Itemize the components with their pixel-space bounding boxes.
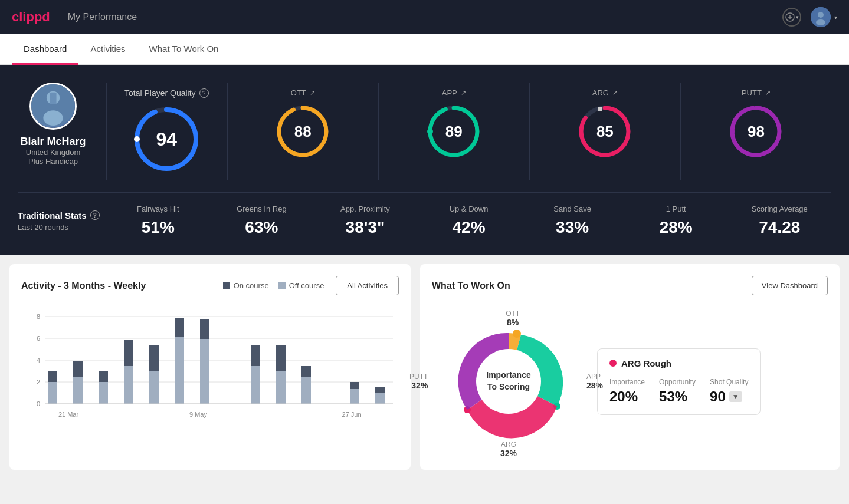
chart-area: 8 6 4 2 0 [21, 305, 399, 449]
svg-rect-36 [48, 382, 57, 404]
score-putt: PUTT ↗ 98 [680, 83, 831, 180]
tpq-value: 94 [156, 129, 178, 150]
view-dashboard-button[interactable]: View Dashboard [752, 276, 828, 295]
ott-value: 88 [294, 123, 312, 141]
tpq-block: Total Player Quality ? 94 [107, 83, 227, 180]
svg-rect-57 [350, 382, 359, 389]
activity-panel-header: Activity - 3 Months - Weekly On course O… [21, 276, 399, 295]
stats-label-block: Traditional Stats ? Last 20 rounds [18, 210, 106, 232]
chart-legend: On course Off course [223, 281, 324, 290]
svg-rect-54 [301, 377, 311, 404]
header-title: My Performance [68, 12, 137, 22]
svg-rect-38 [73, 377, 83, 404]
stat-scoring: Scoring Average 74.28 [727, 205, 831, 237]
wtwon-title: What To Work On [432, 281, 510, 291]
putt-value: 98 [748, 123, 765, 141]
svg-rect-46 [175, 337, 184, 404]
svg-rect-44 [149, 371, 159, 404]
metric-opportunity: Opportunity 53% [659, 378, 696, 405]
putt-label: PUTT ↗ [742, 88, 771, 97]
svg-point-64 [513, 330, 521, 338]
what-to-work-on-panel: What To Work On View Dashboard [420, 264, 840, 470]
tab-what-to-work-on[interactable]: What To Work On [137, 34, 231, 65]
svg-rect-9 [50, 93, 56, 104]
tab-dashboard[interactable]: Dashboard [12, 34, 78, 65]
stat-sandsave: Sand Save 33% [520, 205, 624, 237]
svg-rect-39 [73, 361, 83, 377]
arg-label: ARG ↗ [592, 88, 618, 97]
svg-rect-24 [223, 282, 230, 289]
activity-panel: Activity - 3 Months - Weekly On course O… [9, 264, 411, 470]
player-handicap: Plus Handicap [28, 157, 78, 166]
ott-circle: 88 [273, 102, 332, 161]
scores-section: Total Player Quality ? 94 OTT ↗ [106, 83, 831, 180]
stat-proximity: App. Proximity 38'3" [313, 205, 417, 237]
stats-subtitle: Last 20 rounds [18, 223, 106, 232]
svg-rect-25 [278, 282, 286, 289]
legend-off-course: Off course [278, 281, 324, 290]
add-button[interactable]: ▾ [782, 8, 801, 27]
user-menu[interactable]: ▾ [811, 7, 837, 27]
user-dropdown-arrow: ▾ [834, 14, 837, 21]
info-card-title: ARG Rough [609, 358, 748, 368]
wtwon-header: What To Work On View Dashboard [432, 276, 828, 295]
svg-rect-43 [124, 340, 133, 366]
donut-section: ImportanceTo Scoring OTT 8% APP 28% ARG … [432, 305, 828, 458]
svg-rect-42 [124, 366, 133, 404]
svg-text:2: 2 [37, 378, 40, 386]
app-arrow: ↗ [461, 89, 466, 97]
all-activities-button[interactable]: All Activities [336, 276, 399, 295]
player-country: United Kingdom [26, 148, 81, 157]
svg-rect-52 [276, 371, 286, 404]
svg-text:6: 6 [37, 335, 40, 342]
stat-fairways: Fairways Hit 51% [106, 205, 210, 237]
tpq-label: Total Player Quality ? [124, 88, 209, 98]
nav-tabs: Dashboard Activities What To Work On [0, 34, 849, 65]
app-donut-label: APP 28% [586, 373, 603, 390]
svg-rect-48 [200, 339, 209, 404]
ott-label: OTT ↗ [291, 88, 315, 97]
svg-rect-47 [175, 318, 184, 337]
arg-circle: 85 [575, 102, 634, 161]
app-label: APP ↗ [442, 88, 466, 97]
svg-point-8 [43, 110, 63, 126]
svg-rect-56 [350, 389, 359, 404]
tab-activities[interactable]: Activities [78, 34, 137, 65]
tpq-help-icon[interactable]: ? [199, 88, 209, 98]
app-circle: 89 [424, 102, 483, 161]
player-name: Blair McHarg [20, 136, 86, 148]
bar-chart: 8 6 4 2 0 [21, 305, 399, 446]
header: clippd My Performance ▾ ▾ [0, 0, 849, 34]
score-arg: ARG ↗ 85 [529, 83, 680, 180]
header-right: ▾ ▾ [782, 7, 837, 27]
svg-text:8: 8 [37, 313, 40, 320]
svg-text:9 May: 9 May [189, 411, 207, 418]
add-dropdown[interactable]: ▾ [796, 14, 799, 20]
donut-chart: ImportanceTo Scoring OTT 8% APP 28% ARG … [432, 305, 585, 458]
stats-help-icon[interactable]: ? [90, 210, 100, 220]
svg-rect-59 [375, 387, 385, 393]
bottom-panels: Activity - 3 Months - Weekly On course O… [0, 255, 849, 479]
traditional-stats: Traditional Stats ? Last 20 rounds Fairw… [18, 192, 831, 237]
svg-point-4 [818, 12, 824, 18]
hero-section: Blair McHarg United Kingdom Plus Handica… [0, 65, 849, 255]
svg-rect-45 [149, 345, 159, 371]
avatar [811, 7, 831, 27]
activity-title: Activity - 3 Months - Weekly [21, 281, 146, 291]
ott-arrow: ↗ [310, 89, 315, 97]
info-metrics: Importance 20% Opportunity 53% [609, 378, 748, 405]
svg-text:27 Jun: 27 Jun [342, 411, 361, 418]
svg-point-5 [816, 19, 825, 25]
svg-text:21 Mar: 21 Mar [58, 411, 79, 418]
tpq-circle: 94 [131, 104, 202, 174]
app-value: 89 [445, 123, 463, 141]
svg-rect-49 [200, 319, 209, 339]
metric-importance: Importance 20% [609, 378, 645, 405]
svg-rect-51 [251, 345, 260, 366]
putt-arrow: ↗ [765, 89, 771, 97]
arg-arrow: ↗ [612, 89, 618, 97]
donut-center-label: ImportanceTo Scoring [486, 370, 530, 393]
ott-donut-label: OTT 8% [506, 309, 520, 327]
stat-1putt: 1 Putt 28% [624, 205, 728, 237]
legend-on-course: On course [223, 281, 269, 290]
